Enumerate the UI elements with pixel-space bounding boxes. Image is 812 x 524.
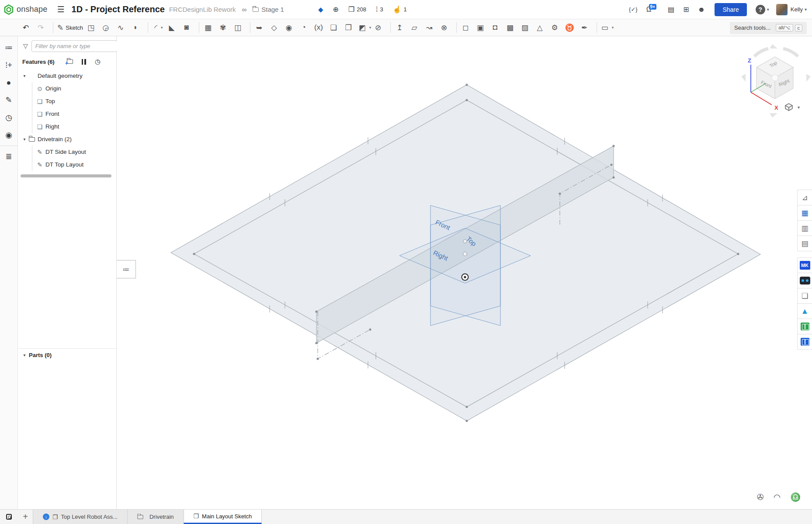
share-button[interactable]: Share (715, 3, 746, 16)
toolbar-divider[interactable] (456, 22, 457, 33)
robot-feature-2-tool[interactable]: ▨ (520, 21, 533, 34)
suppress-pause-icon[interactable] (82, 59, 86, 65)
mirror-tool[interactable]: ◫ (233, 21, 246, 34)
name-tag-tool[interactable]: ▭▾ (601, 21, 614, 34)
tree-item-drivetrain[interactable]: ▾ Drivetrain (2) (18, 133, 116, 146)
user-name[interactable]: Kelly (791, 6, 803, 13)
plane-tool[interactable]: ❏ (329, 21, 342, 34)
notes-icon[interactable]: ✎ (0, 91, 18, 109)
bend-tool[interactable]: ↝ (424, 21, 437, 34)
filter-funnel-icon[interactable]: ▽ (23, 42, 28, 49)
units-scale-icon[interactable]: ♎ (790, 492, 801, 502)
nut-tool[interactable]: ◘ (490, 21, 503, 34)
origin-marker[interactable] (462, 274, 468, 281)
variable-tool[interactable]: (x) (314, 21, 327, 34)
tab-top-level-robot-assembly[interactable]: ↓ ❐ Top Level Robot Ass... (33, 510, 128, 524)
triangle-app-icon[interactable]: ▲ (797, 303, 812, 319)
revolve-tool[interactable]: ◶ (101, 21, 114, 34)
rollback-clock-icon[interactable]: ◷ (95, 58, 101, 66)
copies-icon[interactable]: ❐ (348, 5, 354, 14)
gear-tool[interactable]: ⚙ (550, 21, 563, 34)
user-menu-caret-icon[interactable]: ▾ (805, 7, 807, 12)
rail-separator[interactable] (0, 146, 18, 146)
tube-tool[interactable]: ♉ (565, 21, 578, 34)
tab-search-button[interactable] (0, 510, 17, 524)
panel-gap[interactable] (797, 251, 812, 258)
modify-fillet-tool[interactable]: ◩▾ (358, 21, 371, 34)
tag-tool[interactable]: ❐ (344, 21, 357, 34)
toolbar-divider[interactable] (597, 22, 597, 33)
link-icon[interactable]: ∞ (242, 6, 247, 13)
transform-tool[interactable]: ➥ (254, 21, 267, 34)
sweep-tool[interactable]: ∿ (116, 21, 129, 34)
tree-item-dt-side-layout[interactable]: ✎ DT Side Layout (18, 146, 116, 158)
toolbar-divider[interactable] (148, 22, 148, 33)
help-caret-icon[interactable]: ▾ (767, 7, 769, 12)
add-tab-button[interactable]: + (17, 510, 33, 524)
bom-app-icon[interactable]: ▦ (797, 205, 812, 221)
toolbar-divider[interactable] (53, 22, 53, 33)
green-book-app-icon[interactable] (797, 319, 812, 334)
feature-list-toggle-button[interactable]: ≔ (117, 260, 136, 278)
enclose-tool[interactable]: ◙ (182, 21, 195, 34)
shape-tool[interactable]: △ (535, 21, 548, 34)
parts-section-header[interactable]: ▾ Parts (0) (18, 348, 116, 361)
education-cap-icon[interactable]: ◆ (318, 6, 323, 14)
tree-chevron-icon[interactable]: ▾ (21, 73, 28, 78)
offset-surface-tool[interactable]: ▱ (409, 21, 423, 34)
tree-item-dt-top-layout[interactable]: ✎ DT Top Layout (18, 158, 116, 171)
tree-item-top[interactable]: ❏ Top (18, 95, 116, 108)
hamburger-menu-icon[interactable]: ☰ (57, 4, 64, 14)
fillet-tool[interactable]: ◜▾ (152, 21, 165, 34)
help-button[interactable]: ? (756, 5, 765, 14)
likes-icon[interactable]: ☝ (393, 5, 402, 14)
bom-export-app-icon[interactable]: ▥ (797, 220, 812, 236)
workspace-name[interactable]: Stage 1 (261, 6, 284, 13)
table-function-app-icon[interactable]: ▤ (797, 236, 812, 251)
tree-item-right[interactable]: ❏ Right (18, 120, 116, 133)
featurescript-icon[interactable]: {✓} (629, 6, 638, 13)
ai-assistant-icon[interactable]: ☻ (698, 6, 705, 14)
tasks-checklist-icon[interactable]: ▤ (668, 5, 674, 14)
tree-item-front[interactable]: ❏ Front (18, 108, 116, 120)
export-cube-app-icon[interactable]: ❏ (797, 288, 812, 304)
graphics-canvas[interactable]: Front Right Top ≔ (117, 36, 812, 509)
circular-pattern-tool[interactable]: ✾ (218, 21, 231, 34)
redo-button[interactable]: ↷ (36, 21, 49, 34)
robot-app-icon[interactable] (797, 273, 812, 288)
feature-list-icon[interactable]: ≔ (0, 39, 18, 56)
helix-tool[interactable]: ◔ (299, 21, 312, 34)
view-cube[interactable]: Top Front Right Z X (738, 41, 812, 121)
box-tool[interactable]: ◻ (461, 21, 474, 34)
user-avatar[interactable] (776, 4, 788, 15)
document-title[interactable]: 1D - Project Reference (72, 4, 165, 14)
tape-measure-icon[interactable]: ✇ (757, 492, 764, 502)
chamfer-tool[interactable]: ◣ (167, 21, 180, 34)
extrude-tool[interactable]: ◳ (86, 21, 99, 34)
filter-input[interactable] (31, 40, 117, 52)
tree-item-default-geometry[interactable]: ▾ Default geometry (18, 69, 116, 82)
parts-chevron-icon[interactable]: ▾ (21, 353, 28, 357)
tab-drivetrain[interactable]: Drivetrain (127, 510, 184, 524)
pen-tool[interactable]: ✒ (580, 21, 593, 34)
feature-tree-scrollbar[interactable] (21, 174, 111, 177)
versions-icon[interactable]: ⁞+ (0, 56, 18, 74)
measure-app-icon[interactable]: ⊿ (797, 190, 812, 205)
mk-app-icon[interactable]: MK (797, 257, 812, 273)
delete-face-tool[interactable]: ⊗ (439, 21, 452, 34)
toolbar-divider[interactable] (390, 22, 391, 33)
tree-chevron-icon[interactable]: ▾ (21, 137, 28, 142)
follow-mode-icon[interactable]: ◉ (0, 126, 18, 144)
checklist-icon[interactable]: ≣ (0, 148, 18, 165)
comments-icon[interactable]: ● (0, 74, 18, 91)
versions-icon[interactable]: ⁞ (376, 6, 378, 14)
toolbar-divider[interactable] (250, 22, 250, 33)
boolean-tool[interactable]: ◉ (284, 21, 297, 34)
history-icon[interactable]: ◷ (0, 109, 18, 126)
app-store-icon[interactable]: ⊞ (683, 5, 689, 14)
linear-pattern-tool[interactable]: ▦ (203, 21, 216, 34)
search-tools-button[interactable]: Search tools... alt/⌥ c (730, 22, 807, 34)
loft-tool[interactable]: ◗ (131, 21, 144, 34)
onshape-logo-icon[interactable] (3, 4, 14, 15)
composite-tool[interactable]: ◇ (269, 21, 282, 34)
